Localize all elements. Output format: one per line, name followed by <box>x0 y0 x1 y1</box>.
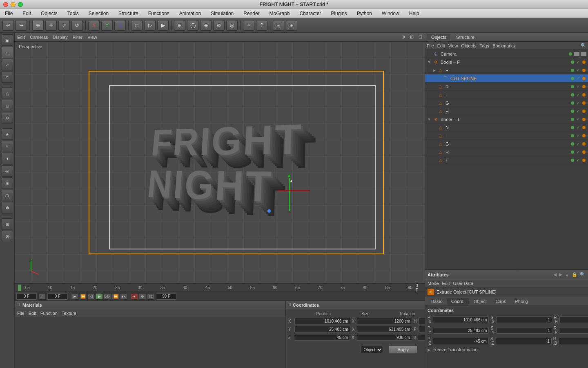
x-axis-button[interactable]: X <box>88 20 100 31</box>
obj-boole-f-vis[interactable] <box>571 61 574 64</box>
timeline-ticks[interactable]: 0 51015202530354045505560657075808590 <box>22 285 414 290</box>
coord-y-pos-input[interactable] <box>294 326 350 332</box>
prev-frame-button[interactable]: ⟨ <box>38 293 46 300</box>
goto-end-button[interactable]: ⏭ <box>120 293 127 300</box>
sidebar-tool3[interactable]: ✦ <box>2 153 13 164</box>
structure-tab[interactable]: Structure <box>452 34 479 41</box>
coord-mode-select[interactable]: Object World <box>361 346 383 353</box>
obj-t[interactable]: △ T ✓ <box>425 156 588 164</box>
apply-button[interactable]: Apply <box>389 346 417 354</box>
obj-h1[interactable]: △ H ✓ <box>425 107 588 115</box>
maximize-button[interactable] <box>18 2 23 7</box>
obj-objects-menu[interactable]: Objects <box>461 43 476 48</box>
y-axis-button[interactable]: Y <box>101 20 113 31</box>
sidebar-tool4[interactable]: ◎ <box>2 165 13 177</box>
menu-item-selection[interactable]: Selection <box>87 10 110 17</box>
obj-i1-vis[interactable] <box>571 93 574 96</box>
coord-x-pos-input[interactable] <box>294 318 350 324</box>
minimize-button[interactable] <box>11 2 16 7</box>
sidebar-rotate[interactable]: ⟳ <box>2 71 13 83</box>
select-button[interactable]: ⊕ <box>32 20 44 31</box>
obj-i2-vis[interactable] <box>571 134 574 137</box>
obj-boole-f-expand[interactable]: ▼ <box>427 60 432 65</box>
floor-button[interactable]: ⊞ <box>174 20 185 31</box>
freeze-transformation-button[interactable]: ▶ Freeze Transformation <box>428 347 586 352</box>
menu-item-simulation[interactable]: Simulation <box>209 10 235 17</box>
coord-z-pos-input[interactable] <box>294 334 350 341</box>
attr-search-button[interactable]: 🔍 <box>580 272 586 277</box>
obj-t-vis[interactable] <box>571 159 574 162</box>
close-button[interactable] <box>3 2 8 7</box>
viewport-icon3[interactable]: ⊟ <box>419 34 422 40</box>
coord-y-size-input[interactable] <box>356 326 412 332</box>
materials-file[interactable]: File <box>17 311 24 316</box>
viewport-icon1[interactable]: ⊕ <box>401 34 405 40</box>
obj-camera-vis[interactable] <box>569 52 572 56</box>
play-forward-button[interactable]: ▷▷ <box>104 293 111 300</box>
obj-h1-vis[interactable] <box>571 110 574 113</box>
coord-z-size-input[interactable] <box>356 334 412 341</box>
materials-edit[interactable]: Edit <box>29 311 36 316</box>
redo-button[interactable]: ↪ <box>16 20 27 31</box>
obj-bookmarks-menu[interactable]: Bookmarks <box>492 43 515 48</box>
undo-button[interactable]: ↩ <box>2 20 14 31</box>
attr-mode-menu[interactable]: Mode <box>428 281 439 286</box>
attr-pz-input[interactable] <box>433 338 489 344</box>
obj-h2-vis[interactable] <box>571 150 574 154</box>
obj-f-vis[interactable] <box>571 69 574 72</box>
menu-item-mograph[interactable]: MoGraph <box>268 10 292 17</box>
foreground-button[interactable]: ⊗ <box>213 20 225 31</box>
render-view-button[interactable]: ▷ <box>144 20 156 31</box>
materials-function[interactable]: Function <box>40 311 58 316</box>
obj-n-vis[interactable] <box>571 126 574 129</box>
menu-item-render[interactable]: Render <box>242 10 261 17</box>
attr-sz-input[interactable] <box>496 338 552 344</box>
layout-button[interactable]: ⊟ <box>273 20 284 31</box>
menu-item-file[interactable]: File <box>3 10 14 17</box>
obj-h2[interactable]: △ H ✓ <box>425 148 588 156</box>
obj-f[interactable]: ▶ △ F ✓ <box>425 66 588 74</box>
attr-tab-basic[interactable]: Basic <box>427 298 447 305</box>
obj-g2[interactable]: △ G ✓ <box>425 140 588 148</box>
attr-rh-input[interactable] <box>559 316 588 323</box>
attr-sx-input[interactable] <box>496 316 552 323</box>
attr-edit-menu[interactable]: Edit <box>442 281 450 286</box>
obj-i1[interactable]: △ I ✓ <box>425 91 588 99</box>
obj-boole-t-expand[interactable]: ▼ <box>427 117 432 122</box>
end-frame-input[interactable] <box>156 293 176 300</box>
obj-g2-vis[interactable] <box>571 142 574 146</box>
menu-item-python[interactable]: Python <box>355 10 374 17</box>
obj-edit-menu[interactable]: Edit <box>437 43 445 48</box>
attr-lock-button[interactable]: 🔒 <box>572 272 577 277</box>
rotate-button[interactable]: ⟳ <box>71 20 83 31</box>
sidebar-tool2[interactable]: ⌗ <box>2 141 13 152</box>
obj-view-menu[interactable]: View <box>448 43 458 48</box>
obj-f-expand[interactable]: ▶ <box>432 68 437 73</box>
viewport-nav-display[interactable]: Display <box>53 35 68 40</box>
menu-item-tools[interactable]: Tools <box>66 10 80 17</box>
obj-i2[interactable]: △ I ✓ <box>425 132 588 140</box>
viewport-canvas[interactable]: Perspective FRIGHT NIGHT ▲ <box>15 42 425 283</box>
auto-key-button[interactable]: ⊙ <box>139 293 146 300</box>
move-button[interactable]: ✛ <box>45 20 57 31</box>
menu-item-objects[interactable]: Objects <box>39 10 59 17</box>
play-back-button[interactable]: ◁ <box>87 293 95 300</box>
sidebar-polygon[interactable]: △ <box>2 88 13 99</box>
menu-item-functions[interactable]: Functions <box>147 10 171 17</box>
attr-py-input[interactable] <box>433 327 489 334</box>
attr-tab-coord[interactable]: Coord. <box>447 298 469 305</box>
sidebar-tool7[interactable]: ✻ <box>2 202 13 213</box>
attr-rb-input[interactable] <box>559 338 588 344</box>
sidebar-scale[interactable]: ⤢ <box>2 59 13 70</box>
prev-keyframe-button[interactable]: ⏪ <box>79 293 87 300</box>
attr-tab-caps[interactable]: Caps <box>491 298 511 305</box>
start-frame-input[interactable] <box>47 293 68 300</box>
sidebar-edge[interactable]: ◻ <box>2 100 13 111</box>
menu-item-character[interactable]: Character <box>298 10 323 17</box>
obj-n[interactable]: △ N ✓ <box>425 123 588 132</box>
obj-g1-vis[interactable] <box>571 101 574 105</box>
menu-item-edit[interactable]: Edit <box>21 10 33 17</box>
attr-px-input[interactable] <box>433 316 489 323</box>
obj-boole-t[interactable]: ▼ ⊗ Boole – T ✓ <box>425 115 588 123</box>
sky-button[interactable]: ◯ <box>187 20 198 31</box>
